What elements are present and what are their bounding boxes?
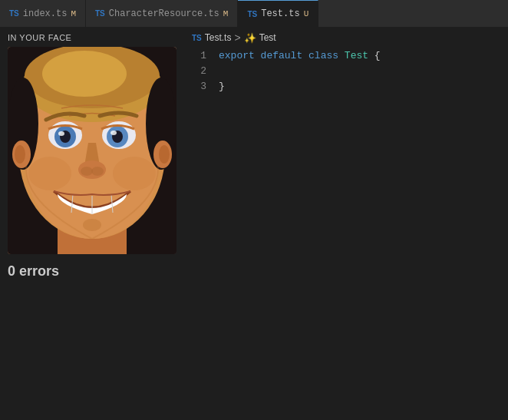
line-content-3: } (219, 79, 508, 94)
tab-test[interactable]: TS Test.ts U (238, 0, 318, 27)
svg-point-17 (111, 131, 117, 135)
ts-icon-2: TS (95, 9, 105, 18)
error-count: 0 errors (0, 254, 184, 289)
tab-charresource[interactable]: TS CharacterResource.ts M (86, 0, 238, 27)
line-content-1: export default class Test { (219, 48, 508, 64)
breadcrumb-filename: Test.ts (205, 32, 232, 43)
line-number-2: 2 (184, 64, 219, 79)
code-line-3: 3 } (184, 79, 508, 94)
editor-panel: TS Test.ts > ✨ Test 1 export default cla… (184, 27, 508, 420)
svg-point-19 (81, 167, 93, 176)
svg-point-26 (83, 219, 101, 231)
left-panel: IN YOUR FACE (0, 27, 184, 420)
code-line-2: 2 (184, 64, 508, 79)
svg-point-13 (58, 131, 64, 136)
tab-modified-test: U (304, 9, 309, 18)
breadcrumb-ts-icon: TS (192, 34, 202, 42)
character-image (8, 47, 176, 254)
line-content-2 (219, 64, 508, 79)
svg-point-22 (113, 157, 156, 190)
svg-point-28 (15, 145, 25, 164)
tab-index[interactable]: TS index.ts M (0, 0, 86, 27)
svg-point-30 (159, 145, 170, 164)
svg-point-7 (42, 51, 127, 97)
tab-label-charresource: CharacterResource.ts (109, 8, 219, 19)
panel-title: IN YOUR FACE (0, 27, 184, 47)
main-content: IN YOUR FACE (0, 27, 508, 420)
breadcrumb-classname: Test (259, 32, 276, 43)
breadcrumb-separator: > (234, 31, 240, 44)
svg-point-20 (91, 167, 104, 176)
tab-modified-charresource: M (223, 9, 229, 18)
breadcrumb-class-icon: ✨ (244, 32, 256, 44)
breadcrumb: TS Test.ts > ✨ Test (184, 27, 508, 48)
tab-bar: TS index.ts M TS CharacterResource.ts M … (0, 0, 508, 27)
code-area[interactable]: 1 export default class Test { 2 3 } (184, 48, 508, 420)
ts-icon-3: TS (247, 10, 257, 18)
svg-point-21 (28, 157, 71, 190)
tab-label-index: index.ts (23, 8, 68, 19)
tab-modified-index: M (71, 9, 76, 18)
code-line-1: 1 export default class Test { (184, 48, 508, 64)
tab-label-test: Test.ts (261, 8, 299, 19)
ts-icon: TS (9, 9, 19, 18)
line-number-1: 1 (184, 48, 219, 64)
line-number-3: 3 (184, 79, 219, 94)
